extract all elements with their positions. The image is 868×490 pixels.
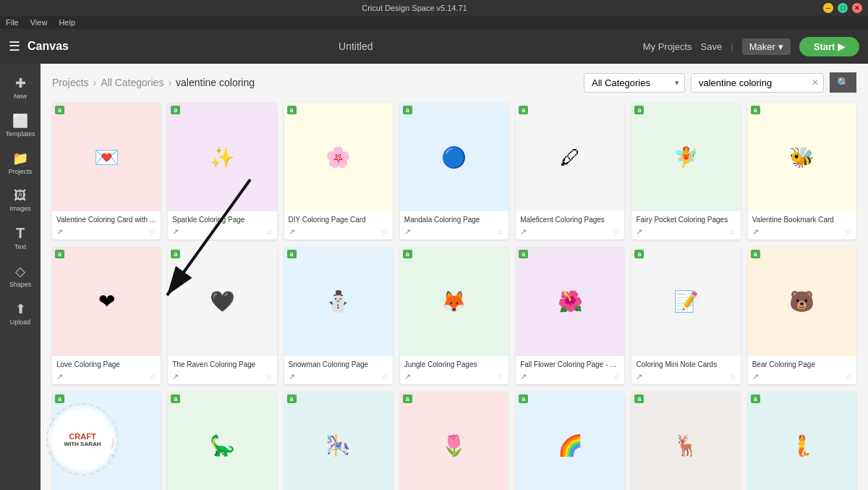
card-title: Fall Flower Coloring Page - JG... [520,360,620,369]
menu-help[interactable]: Help [59,18,75,27]
search-button[interactable]: 🔍 [830,72,856,93]
category-select[interactable]: All Categories [584,73,685,93]
card-share-button[interactable]: ↗ [636,227,642,237]
card-star-button[interactable]: ☆ [265,372,273,381]
search-clear-button[interactable]: ✕ [807,74,823,91]
project-card[interactable]: 🔵 a Mandala Coloring Page ↗ ☆ [400,103,509,240]
card-actions: ↗ ☆ [172,372,272,381]
card-share-button[interactable]: ↗ [520,227,527,237]
sidebar-item-shapes[interactable]: ◇ Shapes [0,258,41,294]
card-share-button[interactable]: ↗ [56,372,63,381]
card-star-button[interactable]: ☆ [381,227,388,237]
card-title: Mandala Coloring Page [404,215,504,224]
breadcrumb-projects[interactable]: Projects [52,77,89,88]
card-image: 🦊 a [400,247,509,355]
project-card[interactable]: 🌺 a Fall Flower Coloring Page - JG... ↗ … [516,247,624,384]
start-button[interactable]: Start ▶ [799,37,859,56]
card-actions: ↗ ☆ [56,227,156,237]
project-card[interactable]: 🦊 a Jungle Coloring Pages ↗ ☆ [400,247,509,384]
watermark-sub: WITH SARAH [64,441,101,447]
card-star-button[interactable]: ☆ [265,227,273,237]
project-card[interactable]: 🖊 a Maleficent Coloring Pages ↗ ☆ [516,103,624,240]
card-share-button[interactable]: ↗ [520,372,527,381]
minimize-button[interactable]: ─ [823,3,833,13]
project-card[interactable]: 🎠 a Carousel Coloring Page ↗ ☆ [284,392,393,490]
card-image-inner: 🐻 [748,247,856,355]
project-card[interactable]: 🖤 a The Raven Coloring Page ↗ ☆ [168,247,276,384]
project-card[interactable]: 🐝 a Valentine Bookmark Card ↗ ☆ [748,103,856,240]
sidebar-item-images[interactable]: 🖼 Images [0,182,41,218]
project-card[interactable]: 🌈 a Rainbow Dream Coloring Page ↗ ☆ [516,392,624,490]
close-button[interactable]: ✕ [852,3,862,13]
card-star-button[interactable]: ☆ [149,227,156,237]
card-share-button[interactable]: ↗ [752,227,759,237]
card-share-button[interactable]: ↗ [404,227,411,237]
sidebar-item-text[interactable]: T Text [0,219,41,256]
card-title: DIY Coloring Page Card [289,215,388,224]
sidebar-item-projects[interactable]: 📁 Projects [0,145,41,181]
card-share-button[interactable]: ↗ [289,372,295,381]
card-image-inner: 🌷 [400,392,509,490]
maximize-button[interactable]: □ [838,3,848,13]
card-image-inner: 🦕 [168,392,276,490]
card-star-button[interactable]: ☆ [497,372,504,381]
card-info: Love Coloring Page ↗ ☆ [52,356,161,384]
card-actions: ↗ ☆ [289,227,388,237]
card-actions: ↗ ☆ [172,227,272,237]
project-card[interactable]: 🌷 a Floral Mini Coloring Page ↗ ☆ [400,392,509,490]
card-share-button[interactable]: ↗ [56,227,63,237]
breadcrumb-all-categories[interactable]: All Categories [101,77,163,88]
card-info: The Raven Coloring Page ↗ ☆ [168,356,276,384]
sidebar-item-new[interactable]: ✚ New [0,69,41,106]
card-info: Snowman Coloring Page ↗ ☆ [284,356,393,384]
window-controls[interactable]: ─ □ ✕ [823,3,862,13]
card-star-button[interactable]: ☆ [381,372,388,381]
my-projects-button[interactable]: My Projects [643,41,692,52]
card-actions: ↗ ☆ [404,372,504,381]
card-info: Sparkle Coloring Page ↗ ☆ [168,211,276,240]
card-info: Coloring Mini Note Cards ↗ ☆ [631,356,740,384]
search-input[interactable] [692,74,807,92]
card-badge: a [171,394,180,403]
card-star-button[interactable]: ☆ [845,372,852,381]
project-card[interactable]: ✨ a Sparkle Coloring Page ↗ ☆ [168,103,276,240]
project-card[interactable]: 🧚 a Fairy Pocket Coloring Pages ↗ ☆ [631,103,740,240]
canvas-label: Canvas [27,40,69,53]
project-card[interactable]: ⛄ a Snowman Coloring Page ↗ ☆ [284,247,393,384]
card-actions: ↗ ☆ [752,372,852,381]
card-star-button[interactable]: ☆ [845,227,852,237]
project-card[interactable]: 🐻 a Bear Coloring Page ↗ ☆ [748,247,856,384]
menu-file[interactable]: File [6,18,19,27]
project-card[interactable]: ❤ a Love Coloring Page ↗ ☆ [52,247,161,384]
header-left: ☰ Canvas [9,38,69,54]
card-badge: a [403,106,412,114]
card-share-button[interactable]: ↗ [172,227,179,237]
project-card[interactable]: 🌸 a DIY Coloring Page Card ↗ ☆ [284,103,393,240]
card-actions: ↗ ☆ [520,372,620,381]
sidebar-item-upload[interactable]: ⬆ Upload [0,295,41,331]
sidebar-item-templates[interactable]: ⬜ Templates [0,107,41,143]
card-star-button[interactable]: ☆ [613,227,620,237]
project-card[interactable]: 🧜 a Mermaid Coloring Page ↗ ☆ [748,392,856,490]
card-star-button[interactable]: ☆ [729,227,736,237]
card-share-button[interactable]: ↗ [289,227,295,237]
card-share-button[interactable]: ↗ [636,372,642,381]
menu-view[interactable]: View [30,18,48,27]
maker-button[interactable]: Maker ▾ [742,38,791,55]
project-card[interactable]: 🦕 a Dino Pocket Coloring Pages ↗ ☆ [168,392,276,490]
card-star-button[interactable]: ☆ [613,372,620,381]
card-star-button[interactable]: ☆ [149,372,156,381]
save-button[interactable]: Save [701,41,723,52]
project-card[interactable]: 🦌 a Woodland Animal Coloring Bo... ↗ ☆ [631,392,740,490]
card-share-button[interactable]: ↗ [172,372,179,381]
card-share-button[interactable]: ↗ [752,372,759,381]
card-star-button[interactable]: ☆ [497,227,504,237]
project-card[interactable]: 💌 a Valentine Coloring Card with ... ↗ ☆ [52,103,161,240]
card-badge: a [403,394,412,403]
card-share-button[interactable]: ↗ [404,372,411,381]
card-title: Bear Coloring Page [752,360,852,369]
hamburger-icon[interactable]: ☰ [9,38,20,54]
card-actions: ↗ ☆ [56,372,156,381]
project-card[interactable]: 📝 a Coloring Mini Note Cards ↗ ☆ [631,247,740,384]
card-star-button[interactable]: ☆ [729,372,736,381]
